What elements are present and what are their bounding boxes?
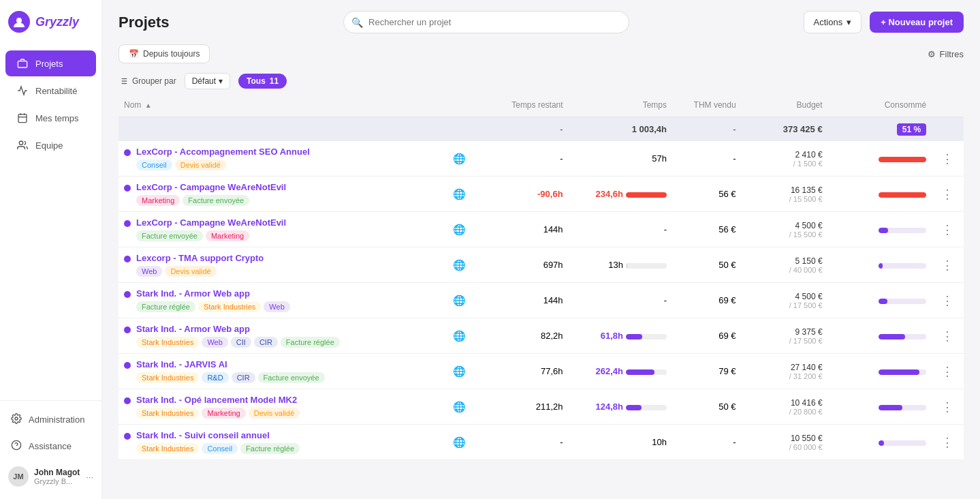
tag-marketing: Marketing: [136, 195, 180, 206]
project-name-link[interactable]: LexCorp - Campagne WeAreNotEvil: [136, 217, 286, 228]
actions-button[interactable]: Actions ▾: [804, 11, 862, 33]
row-menu-button[interactable]: ⋮: [937, 221, 958, 239]
actions-label: Actions: [814, 17, 843, 27]
project-temps: 10h: [569, 425, 672, 460]
project-name-link[interactable]: LexCorp - Accompagnement SEO Annuel: [136, 147, 310, 157]
project-tags: ConseilDevis validé: [136, 160, 310, 170]
project-thm: 56 €: [672, 177, 742, 212]
project-dot: [124, 220, 131, 227]
tab-all[interactable]: Tous 11: [238, 74, 287, 89]
project-temps: -: [569, 283, 672, 318]
tag-rd: R&D: [202, 372, 228, 383]
project-name-cell: LexCorp - Accompagnement SEO Annuel Cons…: [118, 141, 447, 177]
project-name-link[interactable]: Stark Ind. - JARVIS AI: [136, 359, 325, 369]
project-temps: 124,8h: [569, 389, 672, 425]
tag-conseil: Conseil: [202, 443, 238, 454]
table-body: - 1 003,4h - 373 425 € 51 % LexCorp - Ac…: [118, 117, 964, 460]
project-globe-cell: 🌐: [447, 318, 482, 354]
globe-icon: 🌐: [453, 259, 466, 271]
project-consomme: [828, 318, 932, 354]
sidebar-item-mes-temps[interactable]: Mes temps: [5, 105, 96, 131]
globe-icon: 🌐: [453, 224, 466, 235]
tag-stark: Stark Industries: [198, 301, 261, 312]
sidebar-item-rentabilite[interactable]: Rentabilité: [5, 78, 96, 104]
row-menu-button[interactable]: ⋮: [937, 256, 958, 274]
row-menu-button[interactable]: ⋮: [937, 327, 958, 345]
row-menu-button[interactable]: ⋮: [937, 185, 958, 203]
tag-facture: Facture réglée: [136, 301, 195, 312]
group-by-select[interactable]: Défaut ▾: [185, 73, 230, 89]
project-thm: 69 €: [672, 318, 742, 354]
tag-web: Web: [136, 266, 162, 277]
search-input[interactable]: [343, 11, 629, 33]
row-menu-button[interactable]: ⋮: [937, 363, 958, 380]
svg-point-0: [16, 18, 22, 23]
col-header-icon: [447, 93, 482, 117]
summary-name: [118, 117, 447, 142]
tag-devis: Devis validé: [165, 266, 216, 277]
project-globe-cell: 🌐: [447, 247, 482, 283]
project-thm: 79 €: [672, 354, 742, 389]
tag-devis: Devis validé: [175, 160, 226, 170]
summary-icon: [447, 117, 482, 142]
project-globe-cell: 🌐: [447, 283, 482, 318]
sidebar-item-administration[interactable]: Administration: [0, 406, 101, 433]
projects-table: Nom ▲ Temps restant Temps THM vendu Budg…: [118, 93, 964, 460]
project-name-link[interactable]: Stark Ind. - Armor Web app: [136, 324, 340, 334]
col-header-temps: Temps: [569, 93, 672, 117]
project-tags: Stark IndustriesConseilFacture réglée: [136, 443, 300, 454]
project-name-link[interactable]: Stark Ind. - Armor Web app: [136, 288, 290, 299]
tag-marketing: Marketing: [202, 408, 245, 419]
project-consomme: [828, 354, 932, 389]
main-content: Projets 🔍 Actions ▾ + Nouveau projet 📅 D…: [102, 0, 980, 499]
project-menu-cell: ⋮: [932, 212, 964, 247]
date-filter-button[interactable]: 📅 Depuis toujours: [118, 44, 210, 63]
tag-web: Web: [264, 301, 289, 312]
project-tags: Stark IndustriesMarketingDevis validé: [136, 408, 300, 419]
globe-icon: 🌐: [453, 330, 466, 342]
row-menu-button[interactable]: ⋮: [937, 398, 958, 416]
row-menu-button[interactable]: ⋮: [937, 292, 958, 309]
tag-facture: Facture réglée: [240, 443, 300, 454]
tag-web: Web: [202, 337, 227, 348]
sidebar-item-mes-temps-label: Mes temps: [35, 113, 79, 123]
row-menu-button[interactable]: ⋮: [937, 150, 958, 168]
toolbar-left: 📅 Depuis toujours: [118, 44, 210, 63]
sidebar-item-assistance[interactable]: Assistance: [0, 433, 101, 459]
summary-budget: 373 425 €: [742, 117, 828, 142]
project-thm: 69 €: [672, 283, 742, 318]
sidebar-item-projets[interactable]: Projets: [5, 50, 96, 76]
project-consomme: [828, 425, 932, 460]
filter-button[interactable]: ⚙ Filtres: [928, 49, 964, 59]
project-consomme: [828, 283, 932, 318]
sidebar-item-equipe[interactable]: Equipe: [5, 132, 96, 158]
svg-point-7: [15, 417, 18, 420]
new-project-button[interactable]: + Nouveau projet: [870, 12, 964, 33]
col-header-menu: [932, 93, 964, 117]
project-temps: 234,6h: [569, 177, 672, 212]
sidebar-nav: Projets Rentabilité Mes temps Equipe: [0, 44, 101, 400]
calendar-icon: [16, 112, 29, 124]
project-temps-restant: 77,6h: [482, 354, 569, 389]
project-name-link[interactable]: Stark Ind. - Suivi conseil annuel: [136, 430, 300, 440]
tag-conseil: Conseil: [136, 160, 172, 170]
tag-stark: Stark Industries: [136, 337, 199, 348]
sidebar-logo: Gryzzly: [0, 0, 101, 44]
row-menu-button[interactable]: ⋮: [937, 434, 958, 451]
project-name-link[interactable]: LexCorp - Campagne WeAreNotEvil: [136, 182, 286, 192]
summary-temps-restant: -: [482, 117, 569, 142]
table-row: LexCorp - Campagne WeAreNotEvil Marketin…: [118, 177, 964, 212]
header: Projets 🔍 Actions ▾ + Nouveau projet: [102, 0, 980, 39]
date-label: Depuis toujours: [143, 49, 200, 59]
group-by-value: Défaut: [192, 76, 216, 86]
project-tags: Facture régléeStark IndustriesWeb: [136, 301, 290, 312]
project-menu-cell: ⋮: [932, 389, 964, 425]
search-icon: 🔍: [351, 17, 363, 28]
project-name-link[interactable]: Stark Ind. - Opé lancement Model MK2: [136, 395, 300, 405]
project-name-link[interactable]: Lexcorp - TMA support Crypto: [136, 253, 264, 263]
project-thm: 50 €: [672, 247, 742, 283]
user-more-button[interactable]: ···: [86, 472, 93, 482]
app-logo-text: Gryzzly: [35, 15, 79, 29]
project-tags: Stark IndustriesR&DCIRFacture envoyée: [136, 372, 325, 383]
project-menu-cell: ⋮: [932, 177, 964, 212]
